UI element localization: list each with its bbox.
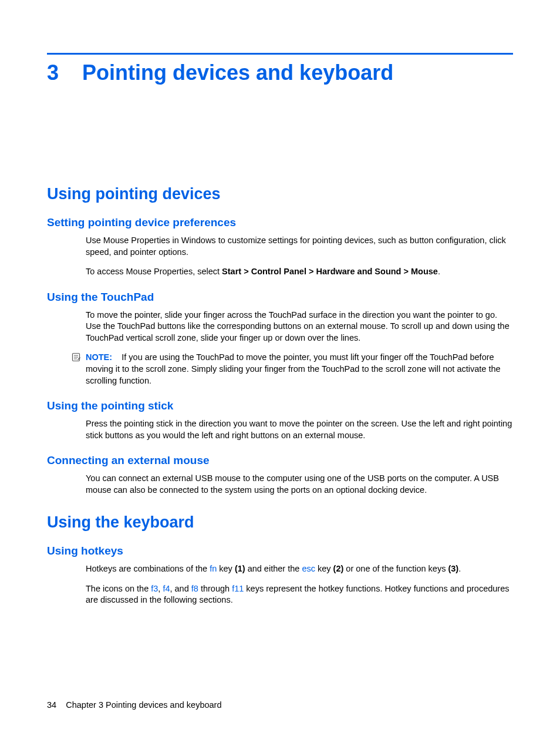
note-label: NOTE: bbox=[86, 352, 112, 362]
key-fn: fn bbox=[210, 564, 217, 573]
paragraph: The icons on the f3, f4, and f8 through … bbox=[86, 583, 513, 606]
section-using-keyboard: Using the keyboard bbox=[47, 513, 513, 532]
text-run: The icons on the bbox=[86, 584, 151, 593]
key-f8: f8 bbox=[191, 584, 198, 593]
page-number: 34 bbox=[47, 700, 56, 710]
text-run: and either the bbox=[245, 564, 302, 573]
text-run: , and bbox=[170, 584, 191, 593]
key-f4: f4 bbox=[163, 584, 170, 593]
text-run: . bbox=[458, 564, 461, 573]
footer-chapter-label: Chapter 3 Pointing devices and keyboard bbox=[66, 700, 221, 710]
paragraph: To move the pointer, slide your finger a… bbox=[86, 310, 513, 344]
paragraph: To access Mouse Properties, select Start… bbox=[86, 266, 513, 278]
subsection-using-hotkeys: Using hotkeys bbox=[47, 545, 513, 557]
chapter-title: Pointing devices and keyboard bbox=[82, 61, 393, 85]
paragraph: Hotkeys are combinations of the fn key (… bbox=[86, 563, 513, 575]
section-using-pointing-devices: Using pointing devices bbox=[47, 185, 513, 203]
callout-1: (1) bbox=[235, 564, 245, 573]
paragraph: You can connect an external USB mouse to… bbox=[86, 473, 513, 496]
paragraph: Use Mouse Properties in Windows to custo… bbox=[86, 235, 513, 258]
menu-path: Start > Control Panel > Hardware and Sou… bbox=[222, 267, 438, 276]
text-run: key bbox=[217, 564, 235, 573]
note-body: If you are using the TouchPad to move th… bbox=[86, 352, 501, 385]
subsection-pointing-stick: Using the pointing stick bbox=[47, 399, 513, 412]
text-run: or one of the function keys bbox=[343, 564, 448, 573]
note-paragraph: NOTE: If you are using the TouchPad to m… bbox=[86, 352, 513, 387]
text-run: . bbox=[438, 267, 440, 276]
callout-2: (2) bbox=[333, 564, 344, 573]
text-run: To access Mouse Properties, select bbox=[86, 267, 222, 276]
paragraph: Press the pointing stick in the directio… bbox=[86, 418, 513, 441]
subsection-using-touchpad: Using the TouchPad bbox=[47, 291, 513, 304]
key-f3: f3 bbox=[151, 584, 158, 593]
text-run: Hotkeys are combinations of the bbox=[86, 564, 210, 573]
page-footer: 34 Chapter 3 Pointing devices and keyboa… bbox=[47, 700, 221, 710]
key-esc: esc bbox=[302, 564, 315, 573]
note-gap bbox=[114, 352, 122, 362]
text-run: key bbox=[315, 564, 333, 573]
chapter-rule bbox=[47, 53, 513, 55]
chapter-heading: 3 Pointing devices and keyboard bbox=[47, 61, 513, 85]
chapter-number: 3 bbox=[47, 61, 59, 85]
callout-3: (3) bbox=[448, 564, 458, 573]
key-f11: f11 bbox=[232, 584, 244, 593]
note-icon bbox=[72, 352, 81, 362]
text-run: through bbox=[198, 584, 232, 593]
subsection-external-mouse: Connecting an external mouse bbox=[47, 454, 513, 467]
subsection-setting-preferences: Setting pointing device preferences bbox=[47, 216, 513, 229]
